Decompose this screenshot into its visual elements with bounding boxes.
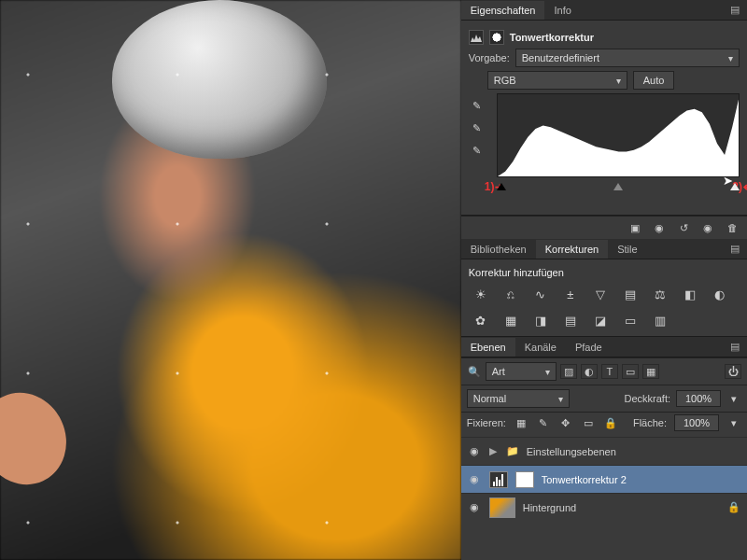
hue-saturation-icon[interactable]: ▤ [620,286,641,302]
levels-adjustment-icon [469,30,484,45]
gamma-handle[interactable] [613,183,623,190]
layer-name[interactable]: Tonwertkorrektur 2 [542,474,627,485]
tab-libraries[interactable]: Bibliotheken [461,240,536,259]
filter-kind-select[interactable]: Art [486,362,557,381]
layer-thumb [489,497,515,518]
color-lookup-icon[interactable]: ▦ [500,312,521,329]
layer-filter-row: 🔍 Art ▨ ◐ T ▭ ▦ ⏻ [461,357,747,385]
preset-select[interactable]: Benutzerdefiniert [515,49,740,67]
properties-footer: ▣ ◉ ↺ ◉ 🗑 [461,216,747,239]
panel-menu-icon[interactable]: ▤ [723,341,747,353]
filter-type-icon[interactable]: T [601,364,618,379]
properties-panel: Tonwertkorrektur Vorgabe: Benutzerdefini… [461,21,747,216]
histogram-svg [498,94,739,176]
delete-adjustment-icon[interactable]: 🗑 [725,220,740,235]
blend-mode-value: Normal [473,393,506,404]
search-icon[interactable]: 🔍 [467,364,482,379]
eyedropper-gray-icon[interactable]: ✎ [469,119,486,136]
preset-label: Vorgabe: [469,52,510,63]
eyedropper-black-icon[interactable]: ✎ [469,97,486,114]
folder-icon: 📁 [506,445,519,457]
filter-smart-icon[interactable]: ▦ [642,364,659,379]
levels-thumb-icon [489,471,508,488]
disclosure-triangle-icon[interactable]: ▶ [489,445,499,457]
layer-group-row[interactable]: ◉ ▶ 📁 Einstellungsebenen [461,437,747,465]
toggle-visibility-icon[interactable]: ◉ [700,220,715,235]
layer-background-row[interactable]: ◉ Hintergrund 🔒 [461,493,747,521]
auto-button[interactable]: Auto [633,71,675,90]
preset-value: Benutzerdefiniert [522,52,599,63]
reset-icon[interactable]: ↺ [676,220,691,235]
filter-kind-value: Art [492,366,505,377]
blend-mode-select[interactable]: Normal [467,389,570,408]
opacity-input[interactable] [676,390,721,407]
photo-filter-icon[interactable]: ◐ [710,286,730,302]
panel-menu-icon[interactable]: ▤ [723,243,747,255]
panel-menu-icon[interactable]: ▤ [723,4,747,16]
adjustment-title: Tonwertkorrektur [510,32,594,43]
lock-position-icon[interactable]: ✥ [558,416,573,429]
input-levels-slider[interactable] [497,183,740,192]
filter-toggle-switch[interactable]: ⏻ [725,364,741,379]
threshold-icon[interactable]: ◪ [590,312,611,329]
color-balance-icon[interactable]: ⚖ [650,286,670,302]
filter-shape-icon[interactable]: ▭ [622,364,639,379]
photo-snow [0,0,461,560]
eyedropper-white-icon[interactable]: ✎ [469,142,486,159]
add-adjustment-label: Korrektur hinzufügen [469,265,740,282]
exposure-icon[interactable]: ± [560,286,581,302]
layer-list: ◉ ▶ 📁 Einstellungsebenen ◉ Tonwertkorrek… [461,437,747,521]
channel-select[interactable]: RGB [487,71,627,90]
lock-icon: 🔒 [726,500,741,515]
visibility-toggle-icon[interactable]: ◉ [467,473,482,485]
tab-layers[interactable]: Ebenen [461,338,515,357]
view-previous-icon[interactable]: ◉ [652,220,667,235]
layer-name[interactable]: Einstellungsebenen [527,446,616,457]
tab-info[interactable]: Info [544,1,580,20]
opacity-label: Deckkraft: [624,393,670,404]
dropdown-arrow-icon[interactable]: ▾ [726,416,741,429]
posterize-icon[interactable]: ▤ [560,312,581,329]
layers-tabbar: Ebenen Kanäle Pfade ▤ [461,337,747,357]
adjustments-tabbar: Bibliotheken Korrekturen Stile ▤ [461,239,747,259]
visibility-toggle-icon[interactable]: ◉ [467,501,482,513]
histogram[interactable]: 1)➔ 2)➔ ➤ [491,93,740,205]
black-point-handle[interactable] [497,183,506,190]
fill-input[interactable] [674,414,719,431]
lock-all-icon[interactable]: 🔒 [603,416,618,429]
canvas-image[interactable] [0,0,461,560]
adjustments-panel: Korrektur hinzufügen ☀⎌∿±▽▤⚖◧◐✿▦◨▤◪▭▥ [461,259,747,337]
layer-mask-icon[interactable] [489,30,504,45]
layers-options-row: Normal Deckkraft: ▾ [461,385,747,412]
filter-pixel-icon[interactable]: ▨ [560,364,577,379]
fill-label: Fläche: [633,417,667,428]
vibrance-icon[interactable]: ▽ [590,286,611,302]
channel-mixer-icon[interactable]: ✿ [471,312,491,329]
layer-mask-thumb[interactable] [515,471,534,488]
tab-adjustments[interactable]: Korrekturen [536,240,608,259]
curves-icon[interactable]: ∿ [530,286,551,302]
selective-color-icon[interactable]: ▥ [650,312,670,329]
brightness-contrast-icon[interactable]: ☀ [471,286,491,302]
properties-tabbar: Eigenschaften Info ▤ [461,0,747,21]
tab-paths[interactable]: Pfade [566,338,612,357]
lock-artboard-icon[interactable]: ▭ [581,416,596,429]
lock-pixels-icon[interactable]: ✎ [536,416,551,429]
layer-levels-row[interactable]: ◉ Tonwertkorrektur 2 [461,465,747,493]
black-white-icon[interactable]: ◧ [680,286,700,302]
arrow-left-icon: ➔ [743,181,747,193]
tab-properties[interactable]: Eigenschaften [461,1,545,20]
visibility-toggle-icon[interactable]: ◉ [467,445,482,457]
dropdown-arrow-icon[interactable]: ▾ [726,391,741,406]
layer-name[interactable]: Hintergrund [523,502,576,513]
filter-adjust-icon[interactable]: ◐ [581,364,598,379]
gradient-map-icon[interactable]: ▭ [620,312,641,329]
lock-transparency-icon[interactable]: ▦ [514,416,529,429]
invert-icon[interactable]: ◨ [530,312,551,329]
annotation-1-label: 1) [485,180,495,193]
tab-channels[interactable]: Kanäle [515,338,566,357]
tab-styles[interactable]: Stile [608,240,646,259]
levels-icon[interactable]: ⎌ [500,286,521,302]
clip-to-layer-icon[interactable]: ▣ [627,220,642,235]
white-point-handle[interactable] [730,183,740,190]
